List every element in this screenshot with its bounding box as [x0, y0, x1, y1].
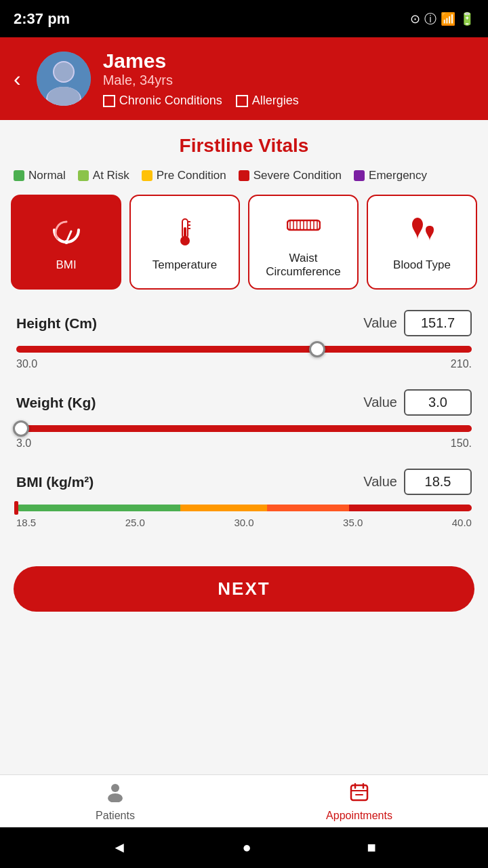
chronic-conditions-checkbox[interactable]: Chronic Conditions [103, 94, 222, 108]
nav-patients-label: Patients [96, 810, 135, 822]
bmi-labels: 18.5 25.0 30.0 35.0 40.0 [16, 517, 472, 528]
weight-slider-group: Weight (Kg) Value 3.0 150. [16, 389, 472, 450]
bmi-label-4: 40.0 [452, 517, 472, 528]
at-risk-dot [78, 170, 89, 181]
svg-point-23 [111, 784, 119, 792]
height-track [16, 346, 472, 353]
status-time: 2:37 pm [14, 10, 70, 28]
weight-slider-header: Weight (Kg) Value [16, 389, 472, 416]
weight-track-wrapper[interactable] [16, 422, 472, 435]
bottom-nav: Patients Appointments [0, 774, 488, 827]
appointments-icon [349, 782, 369, 807]
at-risk-label: At Risk [93, 169, 129, 182]
status-bar: 2:37 pm ⊙ⓘ📶🔋 [0, 0, 488, 37]
svg-point-6 [64, 240, 68, 244]
recent-sys-button[interactable]: ■ [367, 839, 375, 856]
height-track-wrapper[interactable] [16, 343, 472, 355]
height-slider-header: Height (Cm) Value [16, 310, 472, 336]
page-title: Firstline Vitals [0, 120, 488, 163]
emergency-dot [354, 170, 365, 181]
severe-label: Severe Condition [253, 169, 342, 182]
avatar [37, 52, 91, 106]
height-minmax: 30.0 210. [16, 358, 472, 370]
pre-condition-label: Pre Condition [157, 169, 226, 182]
svg-point-3 [54, 62, 73, 81]
normal-dot [14, 170, 24, 181]
back-sys-button[interactable]: ◄ [112, 839, 127, 856]
chronic-conditions-input[interactable] [103, 95, 115, 107]
bmi-slider-group: BMI (kg/m²) Value 18.5 25.0 30.0 35.0 40… [16, 469, 472, 528]
weight-minmax: 3.0 150. [16, 437, 472, 450]
waist-icon [287, 208, 321, 246]
svg-rect-25 [351, 785, 367, 800]
content: Firstline Vitals Normal At Risk Pre Cond… [0, 120, 488, 774]
bmi-slider-label: BMI (kg/m²) [16, 474, 94, 490]
patient-name: James [103, 50, 474, 73]
weight-min: 3.0 [16, 437, 31, 450]
height-min: 30.0 [16, 358, 37, 370]
weight-value-label: Value [363, 395, 397, 410]
back-button[interactable]: ‹ [14, 66, 21, 92]
weight-value-group: Value [363, 389, 472, 416]
home-sys-button[interactable]: ● [243, 839, 251, 856]
bmi-slider-header: BMI (kg/m²) Value [16, 469, 472, 495]
height-value-input[interactable] [404, 310, 472, 336]
height-value-group: Value [363, 310, 472, 336]
allergies-checkbox[interactable]: Allergies [236, 94, 299, 108]
allergies-input[interactable] [236, 95, 248, 107]
legend-severe: Severe Condition [239, 169, 342, 182]
bmi-value-input[interactable] [404, 469, 472, 495]
next-button[interactable]: NEXT [14, 566, 474, 612]
weight-label: Weight (Kg) [16, 395, 96, 411]
vital-card-blood-type[interactable]: Blood Type [367, 195, 477, 290]
patients-icon [105, 782, 125, 807]
normal-label: Normal [28, 169, 66, 182]
bmi-value-label: Value [363, 474, 397, 490]
vitals-cards: BMI Temperature [0, 195, 488, 303]
temperature-label: Temperature [152, 258, 217, 272]
legend: Normal At Risk Pre Condition Severe Cond… [0, 163, 488, 195]
emergency-label: Emergency [369, 169, 427, 182]
height-value-label: Value [363, 315, 397, 331]
bmi-label-0: 18.5 [16, 517, 36, 528]
nav-appointments-label: Appointments [326, 810, 392, 822]
bmi-label: BMI [56, 258, 76, 272]
header-info: James Male, 34yrs Chronic Conditions All… [103, 50, 474, 108]
height-max: 210. [451, 358, 472, 370]
nav-appointments[interactable]: Appointments [326, 782, 392, 822]
weight-track [16, 425, 472, 432]
bmi-track [16, 505, 472, 511]
height-thumb[interactable] [309, 341, 325, 357]
vital-card-bmi[interactable]: BMI [11, 195, 121, 290]
severe-dot [239, 170, 249, 181]
weight-value-input[interactable] [404, 389, 472, 416]
height-label: Height (Cm) [16, 315, 97, 332]
bmi-thumb[interactable] [14, 501, 18, 515]
header: ‹ James Male, 34yrs Chronic Conditions A… [0, 37, 488, 120]
vital-card-waist[interactable]: Waist Circumference [248, 195, 359, 290]
bmi-icon [49, 215, 83, 253]
pre-condition-dot [142, 170, 152, 181]
sliders-section: Height (Cm) Value 30.0 210. Weight (Kg) … [0, 303, 488, 554]
bmi-label-1: 25.0 [125, 517, 145, 528]
nav-patients[interactable]: Patients [96, 782, 135, 822]
svg-point-24 [108, 793, 123, 802]
legend-emergency: Emergency [354, 169, 427, 182]
weight-thumb[interactable] [13, 420, 29, 437]
vital-card-temperature[interactable]: Temperature [129, 195, 240, 290]
bmi-value-group: Value [363, 469, 472, 495]
waist-label: Waist Circumference [256, 252, 350, 279]
legend-normal: Normal [14, 169, 66, 182]
status-icons: ⊙ⓘ📶🔋 [410, 11, 474, 27]
legend-pre-condition: Pre Condition [142, 169, 226, 182]
weight-max: 150. [451, 437, 472, 450]
bmi-track-wrapper[interactable] [16, 502, 472, 514]
system-nav: ◄ ● ■ [0, 827, 488, 868]
bmi-label-2: 30.0 [234, 517, 253, 528]
temperature-icon [168, 215, 202, 253]
bmi-label-3: 35.0 [343, 517, 363, 528]
blood-type-icon [405, 215, 439, 253]
patient-sub: Male, 34yrs [103, 73, 474, 88]
height-slider-group: Height (Cm) Value 30.0 210. [16, 310, 472, 370]
blood-type-label: Blood Type [393, 258, 451, 272]
